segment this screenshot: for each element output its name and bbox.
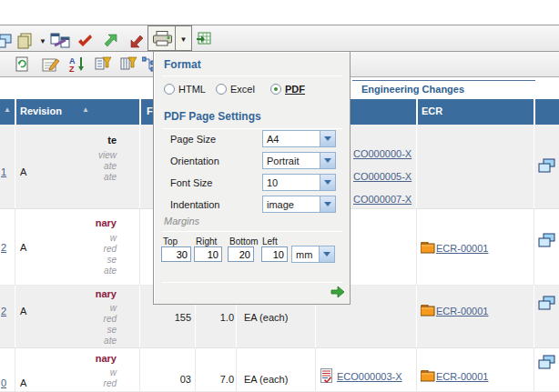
toolbar-main: ▼ <box>0 25 559 51</box>
item-number-link[interactable]: 0 <box>1 377 6 388</box>
indentation-select[interactable]: image <box>262 196 336 213</box>
qty-value: 7.0 <box>198 374 234 385</box>
margin-unit-select[interactable]: mm <box>291 246 335 263</box>
sort-az-icon[interactable]: AZ <box>69 55 86 73</box>
revision-value: A <box>20 377 26 388</box>
apply-arrow-button[interactable] <box>330 286 345 298</box>
lifecycle-phase-cell: nary w red <box>53 353 117 389</box>
font-size-select[interactable]: 10 <box>262 174 336 191</box>
indentation-label: Indentation <box>170 199 219 210</box>
chevron-down-icon[interactable] <box>320 153 335 168</box>
table-row: 0 A nary w red 03 7.0 EA (each) ECO00000… <box>0 348 559 392</box>
margin-left-label: Left <box>262 236 278 246</box>
radio-excel[interactable] <box>216 84 227 95</box>
folder-icon[interactable] <box>421 242 435 256</box>
filter-list-icon[interactable] <box>95 56 112 71</box>
lifecycle-phase-cell: te view ate ate <box>53 135 117 183</box>
approve-check-icon[interactable] <box>77 35 93 47</box>
eco-link[interactable]: CO000007-X <box>353 194 412 205</box>
revision-value: A <box>20 166 26 177</box>
section-divider <box>162 128 342 129</box>
folder-icon[interactable] <box>421 305 435 318</box>
margin-bottom-label: Bottom <box>229 236 259 246</box>
item-number-link[interactable]: 1 <box>1 166 6 177</box>
margins-section-title: Margins <box>164 216 199 226</box>
print-options-dropdown-button[interactable]: ▼ <box>175 25 192 51</box>
copy-dropdown-icon[interactable]: ▼ <box>39 37 46 45</box>
uom-value: EA (each) <box>244 312 288 323</box>
revision-value: A <box>20 242 26 253</box>
sort-asc-icon[interactable]: ▲ <box>82 106 89 114</box>
chevron-down-icon[interactable] <box>319 246 334 262</box>
new-window-icon[interactable] <box>0 34 14 48</box>
filter-columns-icon[interactable] <box>120 56 137 71</box>
qty-value: 1.0 <box>198 312 234 323</box>
ecr-link[interactable]: ECR-00001 <box>436 243 488 254</box>
revision-value: A <box>20 306 26 317</box>
margin-right-input[interactable] <box>194 246 222 262</box>
chevron-down-icon[interactable] <box>320 196 335 212</box>
page-size-label: Page Size <box>170 134 216 145</box>
margin-bottom-input[interactable] <box>228 246 254 262</box>
radio-excel-label[interactable]: Excel <box>230 84 255 95</box>
chevron-down-icon[interactable] <box>320 131 335 146</box>
svg-text:Z: Z <box>69 65 75 73</box>
column-header-ecr[interactable]: ECR <box>422 106 442 116</box>
eco-document-icon[interactable] <box>320 368 332 385</box>
eco-link[interactable]: CO000000-X <box>353 148 412 159</box>
folder-icon[interactable] <box>421 370 435 384</box>
uom-value: EA (each) <box>244 374 288 385</box>
orientation-label: Orientation <box>170 156 219 166</box>
section-divider <box>162 75 342 76</box>
sort-asc-icon[interactable]: ▲ <box>4 106 11 114</box>
format-section-title: Format <box>164 58 201 71</box>
column-divider <box>139 99 141 125</box>
column-header-revision[interactable]: Revision <box>20 106 62 116</box>
column-divider <box>15 99 16 125</box>
eco-link[interactable]: ECO000003-X <box>337 371 402 382</box>
chevron-down-icon[interactable] <box>320 175 335 190</box>
open-in-window-icon[interactable] <box>538 296 555 312</box>
copy-icon[interactable] <box>16 33 34 49</box>
export-table-icon[interactable] <box>197 31 211 45</box>
edit-table-icon[interactable] <box>42 56 60 73</box>
find-num-value: 155 <box>146 312 191 323</box>
radio-pdf[interactable] <box>270 84 281 95</box>
open-in-window-icon[interactable] <box>538 233 555 249</box>
find-num-value: 03 <box>146 374 191 385</box>
lifecycle-phase-cell: nary w red se ate <box>53 288 117 347</box>
radio-pdf-label[interactable]: PDF <box>285 84 305 95</box>
radio-html-label[interactable]: HTML <box>178 84 206 95</box>
open-in-window-icon[interactable] <box>538 158 555 175</box>
item-number-link[interactable]: 2 <box>1 306 6 317</box>
chevron-down-icon: ▼ <box>180 35 188 44</box>
printer-icon <box>153 31 172 48</box>
page-size-select[interactable]: A4 <box>262 130 336 147</box>
radio-html[interactable] <box>164 84 175 95</box>
column-divider <box>416 99 418 125</box>
orientation-select[interactable]: Portrait <box>262 152 336 169</box>
ecr-link[interactable]: ECR-00001 <box>436 306 488 317</box>
app-window: ▼ AZ <box>0 0 559 392</box>
open-in-window-icon[interactable] <box>538 355 555 371</box>
section-divider <box>162 231 342 232</box>
margin-top-input[interactable] <box>161 246 191 262</box>
lifecycle-phase-cell: nary w red se ate <box>53 217 117 276</box>
column-header-find-num[interactable]: F <box>147 106 153 116</box>
pdf-settings-section-title: PDF Page Settings <box>164 110 261 123</box>
font-size-label: Font Size <box>170 177 212 188</box>
eco-link[interactable]: CO000005-X <box>353 171 412 182</box>
print-format-dialog: Format HTML Excel PDF PDF Page Settings … <box>153 51 351 305</box>
refresh-view-icon[interactable] <box>15 56 29 73</box>
group-header-rule <box>352 80 535 81</box>
swap-windows-icon[interactable] <box>50 33 70 49</box>
print-button[interactable] <box>147 25 176 51</box>
item-number-link[interactable]: 2 <box>1 242 6 253</box>
margin-right-label: Right <box>196 236 217 246</box>
demote-arrow-icon[interactable] <box>129 34 145 48</box>
group-header-engineering-changes: Engineering Changes <box>361 84 464 95</box>
margin-top-label: Top <box>163 236 178 246</box>
ecr-link[interactable]: ECR-00001 <box>436 371 488 382</box>
margin-left-input[interactable] <box>261 246 288 262</box>
promote-arrow-icon[interactable] <box>103 34 118 48</box>
